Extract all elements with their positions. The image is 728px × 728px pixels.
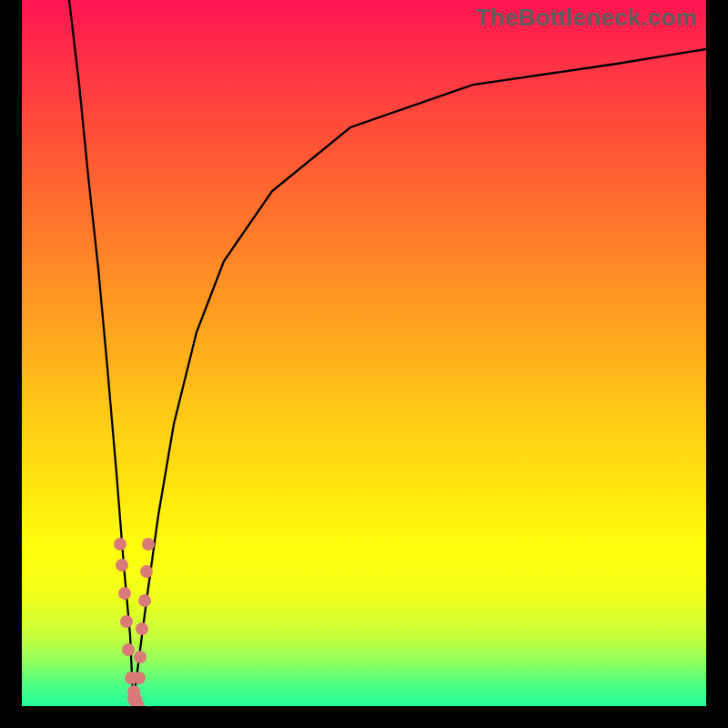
- data-point: [136, 622, 148, 635]
- data-point: [133, 672, 146, 684]
- data-point: [134, 651, 147, 663]
- data-point: [142, 538, 155, 551]
- chart-frame: TheBottleneck.com: [0, 0, 728, 728]
- data-point: [118, 587, 131, 600]
- watermark-text: TheBottleneck.com: [476, 4, 697, 32]
- data-point: [122, 643, 135, 656]
- plot-area: TheBottleneck.com: [22, 0, 706, 706]
- curve-right-branch: [133, 49, 706, 706]
- data-point: [120, 615, 133, 628]
- bottleneck-curve: [22, 0, 706, 706]
- curve-left-branch: [69, 0, 133, 706]
- scatter-points: [114, 538, 155, 706]
- data-point: [114, 538, 126, 551]
- data-point: [116, 559, 128, 571]
- data-point: [138, 594, 151, 607]
- data-point: [140, 565, 153, 578]
